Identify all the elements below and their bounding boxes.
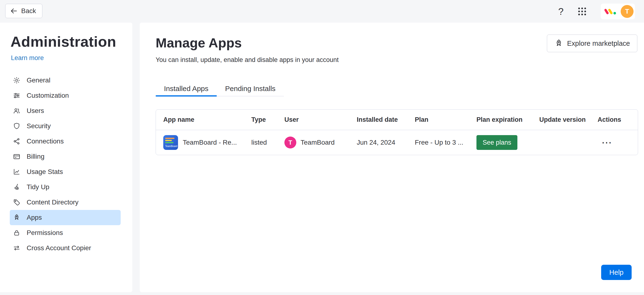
sidebar-item-usage-stats[interactable]: Usage Stats	[10, 164, 121, 179]
column-header-type: Type	[251, 116, 284, 123]
app-name-text: TeamBoard - Re...	[183, 139, 237, 146]
plan-expiration-cell: See plans	[476, 135, 539, 150]
sidebar-item-billing[interactable]: Billing	[10, 149, 121, 164]
sidebar-nav: General Customization Users Security Con	[0, 73, 132, 256]
column-header-update-version: Update version	[539, 116, 598, 123]
back-arrow-icon	[10, 7, 18, 15]
installed-date-cell: Jun 24, 2024	[357, 139, 415, 146]
sidebar-item-label: Cross Account Copier	[27, 244, 91, 252]
marketplace-rocket-icon	[554, 39, 563, 48]
tab-pending-installs[interactable]: Pending Installs	[217, 81, 284, 96]
back-button[interactable]: Back	[5, 4, 42, 18]
lock-icon	[13, 229, 20, 237]
column-header-installed-date: Installed date	[357, 116, 415, 123]
column-header-actions: Actions	[598, 116, 638, 123]
sidebar-item-connections[interactable]: Connections	[10, 134, 121, 149]
sliders-icon	[13, 92, 20, 99]
learn-more-link[interactable]: Learn more	[11, 54, 44, 62]
topbar: Back ? T	[0, 0, 644, 23]
column-header-user: User	[284, 116, 357, 123]
tag-icon	[13, 198, 20, 206]
transfer-arrows-icon	[13, 244, 20, 252]
sidebar-item-label: Security	[27, 122, 51, 130]
page-subtitle: You can install, update, enable and disa…	[156, 56, 644, 64]
sidebar-item-label: Customization	[27, 92, 69, 99]
broom-icon	[13, 183, 20, 191]
sidebar-item-label: Users	[27, 107, 44, 115]
sidebar-title: Administration	[10, 33, 132, 50]
teamboard-app-icon: TeamBoard	[163, 135, 178, 150]
sidebar-item-cross-account-copier[interactable]: Cross Account Copier	[10, 240, 121, 256]
user-avatar[interactable]: T	[621, 5, 634, 18]
apps-table: App name Type User Installed date Plan P…	[156, 109, 638, 155]
monday-logo-icon	[604, 7, 617, 17]
sidebar-item-label: Connections	[27, 138, 64, 145]
app-icon-text: TeamBoard	[165, 145, 176, 148]
see-plans-button[interactable]: See plans	[476, 135, 518, 150]
teamboard-user-avatar: T	[284, 137, 296, 148]
sidebar-item-label: Apps	[27, 214, 42, 221]
sidebar-item-label: Permissions	[27, 229, 63, 237]
question-mark-icon[interactable]: ?	[558, 7, 564, 16]
credit-card-icon	[13, 153, 20, 160]
back-button-label: Back	[21, 7, 36, 15]
sidebar-item-label: Billing	[27, 153, 44, 160]
table-header-row: App name Type User Installed date Plan P…	[156, 110, 638, 130]
sidebar-item-permissions[interactable]: Permissions	[10, 225, 121, 240]
row-actions-menu-icon[interactable]: ⋯	[598, 137, 638, 148]
sidebar-item-label: Tidy Up	[27, 183, 49, 191]
app-name-cell: TeamBoard TeamBoard - Re...	[163, 135, 251, 150]
sidebar-item-content-directory[interactable]: Content Directory	[10, 195, 121, 210]
user-name-text: TeamBoard	[300, 139, 334, 146]
sidebar-item-label: Content Directory	[27, 198, 78, 206]
sidebar-item-apps[interactable]: Apps	[10, 210, 121, 225]
sidebar-item-label: Usage Stats	[27, 168, 63, 176]
account-switcher[interactable]: T	[601, 4, 635, 19]
line-chart-icon	[13, 168, 20, 176]
table-row: TeamBoard TeamBoard - Re... listed T Tea…	[156, 130, 638, 155]
sidebar-item-customization[interactable]: Customization	[10, 88, 121, 103]
sidebar-item-tidy-up[interactable]: Tidy Up	[10, 179, 121, 195]
column-header-plan-expiration: Plan expiration	[476, 116, 539, 123]
type-cell: listed	[251, 139, 284, 146]
help-button[interactable]: Help	[601, 265, 632, 280]
topbar-right-cluster: ? T	[558, 0, 635, 23]
tab-bar: Installed Apps Pending Installs	[156, 81, 284, 96]
explore-marketplace-label: Explore marketplace	[567, 40, 630, 48]
plan-cell: Free - Up to 3 ...	[415, 139, 476, 146]
tab-installed-apps[interactable]: Installed Apps	[156, 81, 217, 96]
column-header-plan: Plan	[415, 116, 476, 123]
sidebar-item-users[interactable]: Users	[10, 103, 121, 118]
gear-icon	[13, 77, 20, 84]
explore-marketplace-button[interactable]: Explore marketplace	[547, 35, 637, 52]
main-panel: Manage Apps You can install, update, ena…	[140, 23, 644, 292]
shield-icon	[13, 122, 20, 130]
column-header-app-name: App name	[163, 116, 251, 123]
sidebar-item-security[interactable]: Security	[10, 118, 121, 134]
admin-sidebar: Administration Learn more General Custom…	[0, 23, 132, 292]
user-cell: T TeamBoard	[284, 137, 357, 148]
apps-grid-icon[interactable]	[577, 6, 587, 17]
sidebar-item-general[interactable]: General	[10, 73, 121, 88]
rocket-icon	[13, 214, 20, 221]
sidebar-item-label: General	[27, 77, 50, 84]
users-icon	[13, 107, 20, 115]
nodes-icon	[13, 138, 20, 145]
